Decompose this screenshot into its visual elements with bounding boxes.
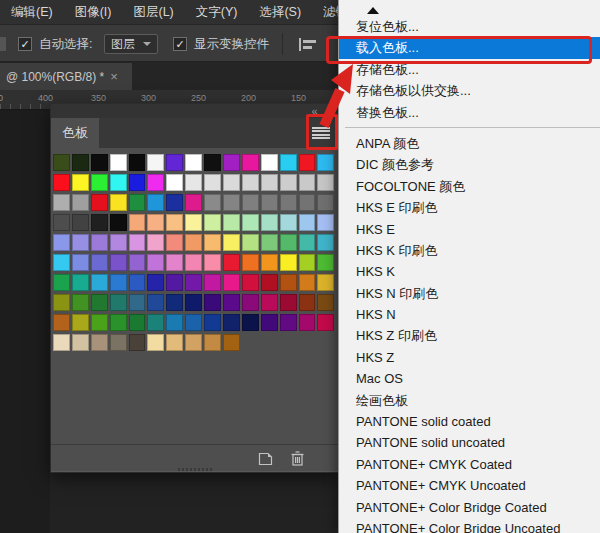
color-swatch[interactable]: [53, 214, 70, 231]
menu-item[interactable]: Mac OS: [339, 368, 600, 389]
color-swatch[interactable]: [91, 274, 108, 291]
color-swatch[interactable]: [299, 174, 316, 191]
color-swatch[interactable]: [317, 234, 334, 251]
color-swatch[interactable]: [317, 194, 334, 211]
color-swatch[interactable]: [72, 274, 89, 291]
color-swatch[interactable]: [72, 254, 89, 271]
tab-close-icon[interactable]: ×: [110, 69, 118, 84]
color-swatch[interactable]: [280, 294, 297, 311]
menu-item[interactable]: HKS N: [339, 304, 600, 325]
color-swatch[interactable]: [299, 274, 316, 291]
color-swatch[interactable]: [91, 314, 108, 331]
color-swatch[interactable]: [204, 254, 221, 271]
color-swatch[interactable]: [53, 174, 70, 191]
color-swatch[interactable]: [223, 214, 240, 231]
color-swatch[interactable]: [91, 234, 108, 251]
menubar-item[interactable]: 图像(I): [64, 0, 123, 25]
color-swatch[interactable]: [129, 294, 146, 311]
color-swatch[interactable]: [242, 314, 259, 331]
color-swatch[interactable]: [91, 194, 108, 211]
color-swatch[interactable]: [147, 234, 164, 251]
color-swatch[interactable]: [185, 214, 202, 231]
color-swatch[interactable]: [261, 294, 278, 311]
color-swatch[interactable]: [280, 194, 297, 211]
menu-item[interactable]: 复位色板...: [339, 16, 600, 37]
color-swatch[interactable]: [204, 294, 221, 311]
panel-title-bar[interactable]: « ×: [51, 104, 338, 118]
color-swatch[interactable]: [223, 234, 240, 251]
color-swatch[interactable]: [53, 254, 70, 271]
color-swatch[interactable]: [185, 194, 202, 211]
menu-item[interactable]: 绘画色板: [339, 390, 600, 411]
color-swatch[interactable]: [110, 294, 127, 311]
color-swatch[interactable]: [317, 314, 334, 331]
panel-menu-icon[interactable]: [312, 125, 330, 141]
color-swatch[interactable]: [147, 274, 164, 291]
color-swatch[interactable]: [110, 234, 127, 251]
color-swatch[interactable]: [129, 194, 146, 211]
color-swatch[interactable]: [242, 154, 259, 171]
color-swatch[interactable]: [72, 334, 89, 351]
color-swatch[interactable]: [53, 154, 70, 171]
collapse-panel-icon[interactable]: «: [311, 104, 317, 118]
color-swatch[interactable]: [166, 194, 183, 211]
color-swatch[interactable]: [223, 314, 240, 331]
color-swatch[interactable]: [91, 214, 108, 231]
color-swatch[interactable]: [91, 334, 108, 351]
color-swatch[interactable]: [261, 154, 278, 171]
menu-item[interactable]: FOCOLTONE 颜色: [339, 176, 600, 197]
color-swatch[interactable]: [110, 334, 127, 351]
menu-item[interactable]: HKS K 印刷色: [339, 240, 600, 261]
color-swatch[interactable]: [223, 334, 240, 351]
color-swatch[interactable]: [204, 314, 221, 331]
auto-select-target-dropdown[interactable]: 图层: [104, 34, 158, 54]
color-swatch[interactable]: [299, 294, 316, 311]
color-swatch[interactable]: [53, 234, 70, 251]
menu-item[interactable]: 替换色板...: [339, 102, 600, 123]
color-swatch[interactable]: [129, 254, 146, 271]
color-swatch[interactable]: [147, 254, 164, 271]
auto-select-checkbox[interactable]: ✓: [18, 37, 32, 51]
color-swatch[interactable]: [299, 254, 316, 271]
color-swatch[interactable]: [317, 274, 334, 291]
show-transform-checkbox[interactable]: ✓: [173, 37, 187, 51]
color-swatch[interactable]: [299, 194, 316, 211]
color-swatch[interactable]: [185, 314, 202, 331]
color-swatch[interactable]: [261, 194, 278, 211]
tab-swatches[interactable]: 色板: [51, 118, 99, 148]
color-swatch[interactable]: [185, 154, 202, 171]
color-swatch[interactable]: [185, 274, 202, 291]
align-left-edges-icon[interactable]: [298, 38, 318, 51]
color-swatch[interactable]: [110, 154, 127, 171]
color-swatch[interactable]: [91, 294, 108, 311]
menu-scroll-up-icon[interactable]: [367, 7, 379, 14]
color-swatch[interactable]: [223, 194, 240, 211]
color-swatch[interactable]: [299, 214, 316, 231]
color-swatch[interactable]: [280, 214, 297, 231]
document-tab[interactable]: @ 100%(RGB/8) * ×: [0, 63, 132, 90]
color-swatch[interactable]: [166, 214, 183, 231]
menu-item[interactable]: HKS Z 印刷色: [339, 325, 600, 346]
color-swatch[interactable]: [72, 194, 89, 211]
color-swatch[interactable]: [317, 294, 334, 311]
color-swatch[interactable]: [280, 274, 297, 291]
color-swatch[interactable]: [166, 234, 183, 251]
color-swatch[interactable]: [129, 234, 146, 251]
new-swatch-icon[interactable]: [258, 452, 273, 466]
color-swatch[interactable]: [110, 174, 127, 191]
color-swatch[interactable]: [166, 294, 183, 311]
color-swatch[interactable]: [280, 234, 297, 251]
menu-item[interactable]: ANPA 颜色: [339, 133, 600, 154]
menubar-item[interactable]: 编辑(E): [0, 0, 64, 25]
color-swatch[interactable]: [242, 234, 259, 251]
color-swatch[interactable]: [129, 274, 146, 291]
color-swatch[interactable]: [185, 334, 202, 351]
color-swatch[interactable]: [147, 214, 164, 231]
color-swatch[interactable]: [129, 334, 146, 351]
color-swatch[interactable]: [147, 174, 164, 191]
color-swatch[interactable]: [129, 314, 146, 331]
color-swatch[interactable]: [110, 314, 127, 331]
panel-resize-grip[interactable]: [178, 468, 212, 471]
color-swatch[interactable]: [147, 194, 164, 211]
color-swatch[interactable]: [261, 274, 278, 291]
